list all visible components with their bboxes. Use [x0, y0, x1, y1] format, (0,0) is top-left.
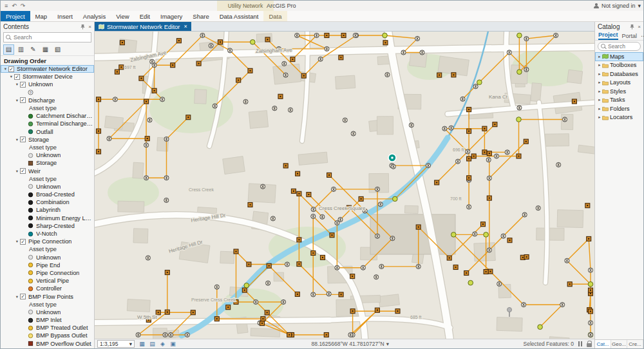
toc-legend-row[interactable]: BMP Bypass Outlet	[1, 332, 94, 339]
list-by-snapping-icon[interactable]: ▦	[40, 44, 51, 55]
legend-symbol[interactable]	[28, 254, 33, 260]
lock-icon[interactable]	[587, 343, 592, 347]
toc-group-row[interactable]: ▾✓Stormwater Device	[1, 73, 94, 80]
visibility-checkbox[interactable]: ✓	[8, 66, 14, 72]
expand-arrow-icon[interactable]: ▾	[14, 82, 20, 87]
toc-group-row[interactable]: ▾✓Weir	[1, 167, 94, 174]
ribbon-tab-map[interactable]: Map	[30, 11, 52, 21]
toc-legend-row[interactable]: Vertical Pipe	[1, 277, 94, 285]
expand-arrow-icon[interactable]: ▾	[8, 74, 14, 79]
app-menu-icon[interactable]: ≡	[5, 3, 8, 9]
catalog-search-input[interactable]	[608, 43, 638, 50]
expand-arrow-icon[interactable]: ▾	[3, 66, 8, 71]
toc-legend-row[interactable]: Pipe End	[1, 261, 94, 269]
legend-symbol[interactable]	[28, 200, 33, 205]
toc-legend-row[interactable]: Unknown	[1, 254, 94, 261]
expand-arrow-icon[interactable]: ▸	[597, 89, 602, 94]
legend-symbol[interactable]	[28, 231, 33, 237]
close-pane-icon[interactable]: ×	[638, 24, 641, 30]
legend-symbol[interactable]	[28, 333, 33, 339]
expand-arrow-icon[interactable]: ▸	[597, 97, 602, 102]
layout-icon[interactable]: ▤	[148, 340, 156, 348]
toc-legend-row[interactable]: ?	[1, 89, 94, 97]
ribbon-tab-data[interactable]: Data	[263, 11, 287, 21]
list-by-labeling-icon[interactable]: ▧	[52, 44, 63, 55]
close-pane-icon[interactable]: ×	[88, 24, 91, 30]
toc-legend-row[interactable]: V-Notch	[1, 230, 94, 238]
legend-symbol[interactable]	[28, 286, 33, 292]
pin-icon[interactable]	[80, 24, 86, 30]
ribbon-tab-analysis[interactable]: Analysis	[78, 11, 111, 21]
legend-symbol[interactable]	[28, 184, 33, 189]
legend-symbol[interactable]	[28, 325, 33, 331]
legend-symbol[interactable]	[28, 223, 33, 229]
toc-legend-row[interactable]: Labyrinth	[1, 206, 94, 214]
toc-group-row[interactable]: ▾✓Storage	[1, 136, 94, 144]
coordinate-readout[interactable]: 88.1625668°W 41.7810727°N ▾	[312, 341, 389, 347]
expand-arrow-icon[interactable]: ▸	[597, 62, 602, 68]
expand-arrow-icon[interactable]: ▸	[597, 71, 602, 77]
close-tab-icon[interactable]: ×	[184, 23, 187, 30]
expand-arrow-icon[interactable]: ▸	[597, 80, 602, 85]
toc-legend-row[interactable]: Unknown	[1, 183, 94, 191]
legend-symbol[interactable]	[28, 341, 33, 346]
expand-arrow-icon[interactable]: ▾	[14, 239, 20, 244]
toc-legend-row[interactable]: Terminal Discharge Point	[1, 120, 94, 127]
visibility-checkbox[interactable]: ✓	[14, 74, 20, 80]
more-tabs-icon[interactable]: ⋯	[641, 33, 644, 40]
list-by-drawing-order-icon[interactable]: ▤	[3, 44, 14, 55]
toc-layer-row[interactable]: ▾✓Stormwater Network Editor	[1, 65, 94, 73]
visibility-checkbox[interactable]: ✓	[20, 294, 26, 299]
toc-legend-row[interactable]: Minimum Energy Loss	[1, 214, 94, 222]
expand-arrow-icon[interactable]: ▾	[14, 294, 20, 299]
toc-legend-row[interactable]: Catchment Discharge Point	[1, 112, 94, 120]
expand-arrow-icon[interactable]: ▾	[14, 98, 20, 103]
legend-symbol[interactable]	[28, 309, 33, 315]
list-by-editing-icon[interactable]: ✎	[28, 44, 39, 55]
visibility-checkbox[interactable]: ✓	[20, 168, 26, 174]
catalog-item-databases[interactable]: ▸Databases	[595, 70, 643, 79]
ribbon-tab-edit[interactable]: Edit	[135, 11, 155, 21]
ribbon-tab-data-assistant[interactable]: Data Assistant	[214, 11, 264, 21]
legend-symbol[interactable]	[28, 207, 33, 213]
toc-legend-row[interactable]: Controller	[1, 285, 94, 292]
expand-arrow-icon[interactable]: ▾	[14, 169, 20, 174]
ribbon-tab-share[interactable]: Share	[187, 11, 214, 21]
ribbon-tab-imagery[interactable]: Imagery	[155, 11, 187, 21]
expand-arrow-icon[interactable]: ▸	[597, 115, 602, 120]
map-view-tab[interactable]: Stormwater Network Editor ×	[95, 22, 191, 31]
toc-group-row[interactable]: ▾✓Unknown	[1, 80, 94, 88]
toc-legend-row[interactable]: Pipe Connection	[1, 269, 94, 277]
catalog-item-locators[interactable]: ▸Locators	[595, 113, 643, 122]
toc-group-row[interactable]: ▾✓Pipe Connection	[1, 238, 94, 245]
catalog-tab-project[interactable]: Project	[598, 32, 618, 40]
legend-symbol[interactable]	[28, 121, 33, 127]
animation-icon[interactable]: ◈	[158, 340, 167, 348]
ribbon-tab-view[interactable]: View	[111, 11, 134, 21]
catalog-item-toolboxes[interactable]: ▸Toolboxes	[595, 61, 643, 70]
contents-search-input[interactable]	[14, 34, 89, 41]
expand-arrow-icon[interactable]: ▸	[597, 54, 602, 59]
toc-legend-row[interactable]: Storage	[1, 159, 94, 167]
map-canvas[interactable]: Zalsingham AveZalsingham AveKana CtCress…	[95, 32, 594, 339]
scale-combo[interactable]: 1:3,195 ▾	[97, 340, 135, 348]
toc-legend-row[interactable]: Unknown	[1, 151, 94, 159]
sign-in-button[interactable]: Not signed in ▾	[594, 1, 641, 11]
toc-legend-row[interactable]: BMP Overflow Outlet	[1, 340, 94, 348]
catalog-item-tasks[interactable]: ▸Tasks	[595, 96, 643, 105]
map-svg[interactable]: Zalsingham AveZalsingham AveKana CtCress…	[95, 32, 594, 339]
dock-tab-2[interactable]: Cre...	[627, 340, 643, 348]
visibility-checkbox[interactable]: ✓	[20, 97, 26, 103]
toc-legend-row[interactable]: Unknown	[1, 308, 94, 316]
toc-legend-row[interactable]: Sharp-Crested	[1, 222, 94, 230]
legend-symbol[interactable]	[28, 160, 33, 166]
catalog-item-layouts[interactable]: ▸Layouts	[595, 79, 643, 88]
visibility-checkbox[interactable]: ✓	[20, 137, 26, 142]
legend-symbol[interactable]	[28, 192, 33, 198]
toc-legend-row[interactable]: BMP Treated Outlet	[1, 324, 94, 332]
expand-arrow-icon[interactable]: ▸	[597, 106, 602, 111]
ribbon-tab-project[interactable]: Project	[1, 11, 30, 21]
legend-symbol[interactable]	[28, 113, 33, 119]
dock-tab-0[interactable]: Cat...	[595, 340, 611, 348]
legend-symbol[interactable]	[28, 215, 33, 221]
